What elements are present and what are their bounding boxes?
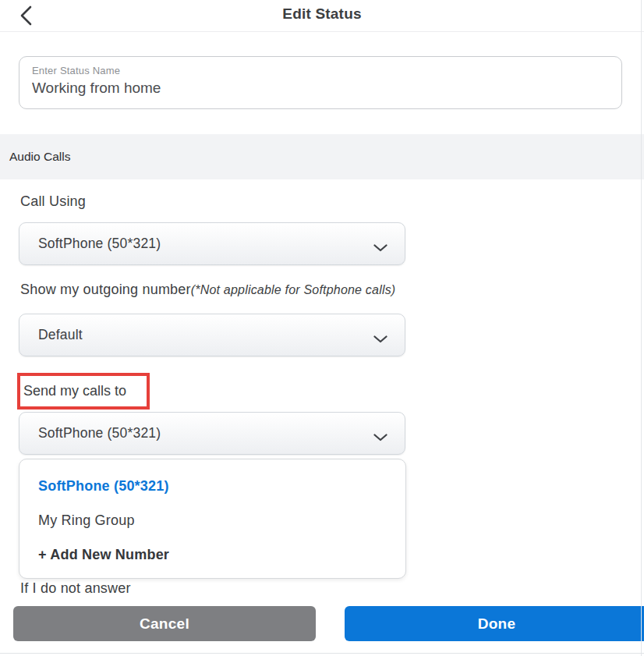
status-name-label: Enter Status Name: [32, 65, 609, 76]
edit-status-screen: Edit Status Enter Status Name Audio Call…: [0, 0, 644, 656]
bottom-edge-divider: [0, 653, 644, 654]
call-using-dropdown[interactable]: SoftPhone (50*321): [19, 222, 405, 265]
call-using-label: Call Using: [20, 193, 86, 210]
header: Edit Status: [0, 0, 644, 32]
status-name-input[interactable]: [32, 80, 609, 97]
status-name-card: Enter Status Name: [19, 56, 622, 109]
outgoing-number-label-text: Show my outgoing number: [20, 282, 191, 297]
chevron-down-icon: [373, 332, 387, 346]
audio-calls-section-header: Audio Calls: [0, 134, 644, 179]
cancel-button[interactable]: Cancel: [13, 606, 316, 641]
outgoing-number-selected-value: Default: [19, 327, 83, 343]
menu-option-my-ring-group[interactable]: My Ring Group: [19, 503, 405, 537]
send-my-calls-to-label: Send my calls to: [20, 383, 126, 399]
menu-option-add-new-number[interactable]: + Add New Number: [19, 537, 405, 572]
outgoing-number-note: (*Not applicable for Softphone calls): [191, 283, 396, 296]
page-title: Edit Status: [0, 5, 644, 23]
done-button[interactable]: Done: [345, 606, 644, 641]
chevron-down-icon: [373, 241, 387, 255]
menu-option-softphone[interactable]: SoftPhone (50*321): [19, 469, 405, 503]
send-my-calls-to-annotation-box: Send my calls to: [17, 373, 150, 410]
send-my-calls-to-selected-value: SoftPhone (50*321): [19, 425, 161, 441]
call-using-selected-value: SoftPhone (50*321): [19, 236, 161, 252]
send-my-calls-to-dropdown[interactable]: SoftPhone (50*321): [19, 412, 405, 455]
outgoing-number-dropdown[interactable]: Default: [19, 314, 405, 356]
outgoing-number-label: Show my outgoing number(*Not applicable …: [20, 282, 395, 298]
right-edge-divider: [641, 0, 642, 656]
section-title: Audio Calls: [0, 150, 70, 164]
if-no-answer-label-clipped: If I do not answer: [20, 580, 254, 593]
chevron-down-icon: [373, 431, 387, 445]
send-my-calls-to-menu: SoftPhone (50*321) My Ring Group + Add N…: [19, 459, 406, 579]
if-no-answer-label: If I do not answer: [20, 580, 131, 593]
